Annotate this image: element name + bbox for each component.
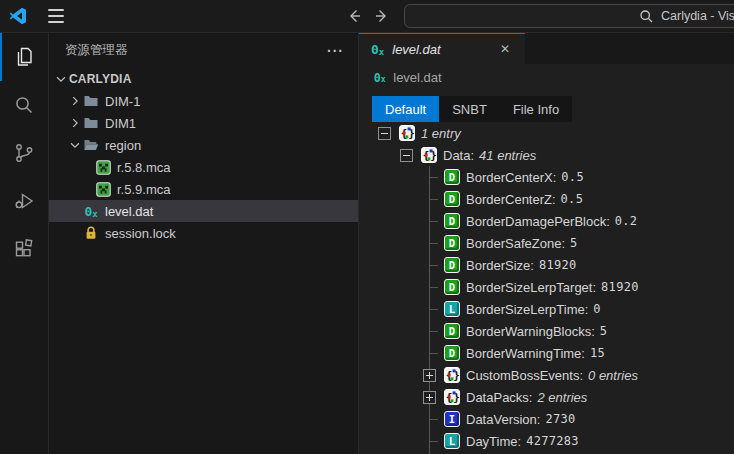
- nav-back-icon[interactable]: [344, 6, 364, 26]
- activity-bar-extensions[interactable]: [0, 225, 48, 273]
- view-tab-default[interactable]: Default: [372, 96, 439, 122]
- nbt-row-DataVersion[interactable]: IDataVersion:2730: [359, 408, 734, 430]
- menu-icon[interactable]: [48, 9, 64, 23]
- nbt-value: 81920: [601, 280, 639, 294]
- nbt-key: BorderWarningBlocks:: [466, 324, 595, 339]
- nbt-row-DayTime[interactable]: LDayTime:4277283: [359, 430, 734, 452]
- hex-icon: 0x: [83, 203, 99, 219]
- nbt-row-BorderSizeLerpTarget[interactable]: DBorderSizeLerpTarget:81920: [359, 276, 734, 298]
- nbt-key: BorderSizeLerpTarget:: [466, 280, 596, 295]
- nbt-tree: {}1 entry{}Data:41 entriesDBorderCenterX…: [359, 122, 734, 454]
- sidebar-item-region[interactable]: region: [49, 134, 358, 156]
- nbt-row-BorderDamagePerBlock[interactable]: DBorderDamagePerBlock:0.2: [359, 210, 734, 232]
- nbt-value: 0.5: [561, 192, 584, 206]
- nbt-row-DataPacks[interactable]: {}DataPacks:2 entries: [359, 386, 734, 408]
- nbt-entry-count: 2 entries: [537, 390, 587, 405]
- nbt-key: DataPacks:: [466, 390, 532, 405]
- nbt-key: DataVersion:: [466, 412, 540, 427]
- nbt-file-icon: 0x: [371, 43, 384, 56]
- breadcrumb[interactable]: 0x level.dat: [359, 64, 734, 90]
- breadcrumb-item[interactable]: level.dat: [393, 70, 441, 85]
- nbt-value: 4277283: [526, 434, 579, 448]
- nbt-row-BorderCenterX[interactable]: DBorderCenterX:0.5: [359, 166, 734, 188]
- nbt-row-BorderSafeZone[interactable]: DBorderSafeZone:5: [359, 232, 734, 254]
- chevron-down-icon[interactable]: [53, 71, 69, 87]
- tree-item-label: CARLYDIA: [69, 72, 132, 86]
- nbt-row-BorderWarningTime[interactable]: DBorderWarningTime:15: [359, 342, 734, 364]
- nbt-key: BorderWarningTime:: [466, 346, 585, 361]
- tag-compound-icon: {}: [444, 367, 460, 383]
- tab-strip: 0x level.dat ✕: [359, 33, 734, 64]
- tree-tick: [423, 254, 436, 276]
- nbt-key: CustomBossEvents:: [466, 368, 583, 383]
- activity-bar-explorer[interactable]: [0, 33, 48, 81]
- nbt-row-root[interactable]: {}1 entry: [359, 122, 734, 144]
- tab-level-dat[interactable]: 0x level.dat ✕: [359, 33, 525, 64]
- nbt-key: BorderCenterX:: [466, 170, 556, 185]
- nbt-entry-count: 1 entry: [421, 126, 461, 141]
- nav-forward-icon[interactable]: [372, 6, 392, 26]
- tag-double-icon: D: [444, 191, 460, 207]
- tree-item-label: r.5.8.mca: [117, 160, 170, 175]
- mca-icon: [95, 159, 111, 175]
- tree-item-label: DIM-1: [105, 94, 140, 109]
- nbt-key: Data:: [443, 148, 474, 163]
- tree-tick: [423, 430, 436, 452]
- file-tree: CARLYDIADIM-1DIM1regionr.5.8.mcar.5.9.mc…: [49, 68, 358, 244]
- view-tab-file-info[interactable]: File Info: [500, 96, 572, 122]
- nbt-key: BorderSafeZone:: [466, 236, 565, 251]
- command-center-search[interactable]: Carlydia - Visual Studio Code: [404, 4, 734, 28]
- expander-collapse-icon[interactable]: [378, 127, 391, 140]
- expander-collapse-icon[interactable]: [400, 149, 413, 162]
- tree-item-label: level.dat: [105, 204, 153, 219]
- nbt-entry-count: 0 entries: [588, 368, 638, 383]
- nbt-row-Data[interactable]: {}Data:41 entries: [359, 144, 734, 166]
- folder-open-icon: [83, 137, 99, 153]
- nbt-row-BorderCenterZ[interactable]: DBorderCenterZ:0.5: [359, 188, 734, 210]
- sidebar-item-session-lock[interactable]: session.lock: [49, 222, 358, 244]
- chevron-right-icon[interactable]: [67, 93, 83, 109]
- nbt-row-BorderWarningBlocks[interactable]: DBorderWarningBlocks:5: [359, 320, 734, 342]
- folder-icon: [83, 115, 99, 131]
- sidebar-item-dim1[interactable]: DIM1: [49, 112, 358, 134]
- tab-label: level.dat: [392, 42, 489, 57]
- activity-bar-source-control[interactable]: [0, 129, 48, 177]
- vscode-logo-icon[interactable]: [9, 7, 27, 25]
- search-icon: [639, 9, 654, 24]
- tree-item-label: region: [105, 138, 141, 153]
- tag-double-icon: D: [444, 323, 460, 339]
- more-actions-icon[interactable]: ···: [327, 46, 344, 56]
- tree-tick: [423, 342, 436, 364]
- view-tab-snbt[interactable]: SNBT: [439, 96, 500, 122]
- chevron-right-icon[interactable]: [67, 115, 83, 131]
- expander-expand-icon[interactable]: [423, 391, 436, 404]
- nbt-value: 81920: [539, 258, 577, 272]
- expander-expand-icon[interactable]: [423, 369, 436, 382]
- explorer-sidebar: 资源管理器 ··· CARLYDIADIM-1DIM1regionr.5.8.m…: [49, 33, 359, 454]
- nbt-row-BorderSize[interactable]: DBorderSize:81920: [359, 254, 734, 276]
- nbt-value: 15: [590, 346, 605, 360]
- sidebar-item-level-dat[interactable]: 0xlevel.dat: [49, 200, 358, 222]
- nbt-entry-count: 41 entries: [479, 148, 536, 163]
- sidebar-item-r-5-9-mca[interactable]: r.5.9.mca: [49, 178, 358, 200]
- nbt-row-BorderSizeLerpTime[interactable]: LBorderSizeLerpTime:0: [359, 298, 734, 320]
- nbt-row-CustomBossEvents[interactable]: {}CustomBossEvents:0 entries: [359, 364, 734, 386]
- sidebar-item-carlydia[interactable]: CARLYDIA: [49, 68, 358, 90]
- close-icon[interactable]: ✕: [497, 41, 513, 57]
- nbt-value: 0.2: [615, 214, 638, 228]
- tree-tick: [423, 188, 436, 210]
- tag-double-icon: D: [444, 169, 460, 185]
- tree-item-label: DIM1: [105, 116, 136, 131]
- tree-tick: [423, 276, 436, 298]
- tree-tick: [423, 166, 436, 188]
- sidebar-item-r-5-8-mca[interactable]: r.5.8.mca: [49, 156, 358, 178]
- tag-double-icon: D: [444, 279, 460, 295]
- tag-long-icon: L: [444, 433, 460, 449]
- activity-bar-search[interactable]: [0, 81, 48, 129]
- chevron-down-icon[interactable]: [67, 137, 83, 153]
- nbt-value: 0: [593, 302, 601, 316]
- nbt-value: 5: [600, 324, 608, 338]
- activity-bar-run-debug[interactable]: [0, 177, 48, 225]
- command-center-title: Carlydia - Visual Studio Code: [661, 9, 734, 23]
- sidebar-item-dim-1[interactable]: DIM-1: [49, 90, 358, 112]
